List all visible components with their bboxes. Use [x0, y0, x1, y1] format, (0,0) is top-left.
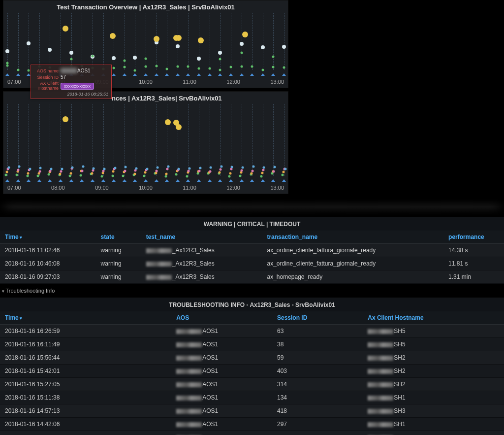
col-test[interactable]: test_name — [141, 231, 262, 244]
data-point[interactable] — [37, 174, 39, 177]
col-txn[interactable]: transaction_name — [262, 231, 443, 244]
chart-plot-bottom[interactable] — [7, 104, 284, 183]
data-point[interactable] — [123, 66, 126, 68]
data-point[interactable] — [210, 167, 212, 169]
data-point[interactable] — [79, 174, 82, 176]
data-point[interactable] — [188, 169, 190, 172]
data-point[interactable] — [123, 60, 126, 62]
data-point[interactable] — [228, 175, 231, 177]
data-point[interactable] — [283, 171, 285, 173]
data-point[interactable] — [220, 168, 222, 171]
data-point[interactable] — [47, 173, 50, 176]
data-point[interactable] — [61, 167, 63, 170]
data-point[interactable] — [70, 58, 72, 61]
data-point[interactable] — [38, 170, 41, 172]
data-point[interactable] — [39, 167, 42, 169]
data-point[interactable] — [251, 170, 253, 172]
data-point[interactable] — [18, 165, 21, 167]
data-point[interactable] — [242, 167, 244, 169]
table-row[interactable]: 2018-01-16 16:26:59AOS163SH5 — [0, 325, 504, 338]
data-point[interactable] — [17, 169, 20, 171]
data-point[interactable] — [143, 175, 146, 177]
data-point[interactable] — [26, 174, 29, 177]
data-point[interactable] — [208, 67, 211, 69]
data-point[interactable] — [229, 172, 232, 174]
table-row[interactable]: 2018-01-16 14:57:13AOS1418SH3 — [0, 404, 504, 418]
data-point[interactable] — [166, 167, 169, 170]
data-point[interactable] — [60, 170, 62, 172]
data-point[interactable] — [145, 57, 147, 60]
data-point[interactable] — [199, 167, 201, 169]
data-point[interactable] — [27, 41, 31, 45]
data-point[interactable] — [144, 171, 147, 173]
data-point[interactable] — [273, 170, 275, 172]
data-point[interactable] — [133, 56, 137, 60]
data-point[interactable] — [240, 171, 242, 174]
data-point[interactable] — [165, 173, 168, 175]
data-point[interactable] — [282, 174, 284, 176]
data-point[interactable] — [7, 166, 10, 168]
data-point[interactable] — [187, 66, 189, 68]
data-point[interactable] — [157, 167, 159, 169]
data-point[interactable] — [63, 116, 68, 122]
data-point[interactable] — [6, 62, 9, 64]
data-point[interactable] — [261, 68, 264, 71]
data-point[interactable] — [220, 165, 222, 167]
data-point[interactable] — [229, 66, 232, 68]
col-host[interactable]: Ax Client Hostname — [363, 311, 504, 325]
data-point[interactable] — [261, 45, 265, 49]
data-point[interactable] — [112, 56, 116, 60]
data-point[interactable] — [69, 51, 73, 55]
data-point[interactable] — [27, 172, 30, 174]
data-point[interactable] — [155, 172, 157, 174]
data-point[interactable] — [5, 49, 9, 53]
data-point[interactable] — [154, 36, 159, 42]
data-point[interactable] — [50, 167, 52, 170]
data-point[interactable] — [63, 26, 68, 32]
data-point[interactable] — [81, 169, 84, 172]
data-point[interactable] — [156, 169, 158, 172]
data-point[interactable] — [29, 167, 31, 170]
data-point[interactable] — [125, 166, 127, 168]
data-point[interactable] — [284, 167, 286, 170]
data-point[interactable] — [239, 174, 242, 177]
data-point[interactable] — [110, 33, 116, 39]
table-row[interactable]: 2018-01-16 10:46:08warning_Ax12R3_Salesa… — [0, 257, 504, 270]
data-point[interactable] — [263, 167, 265, 169]
data-point[interactable] — [112, 170, 115, 172]
data-point[interactable] — [252, 165, 254, 167]
data-point[interactable] — [103, 168, 106, 170]
data-point[interactable] — [167, 166, 169, 168]
data-point[interactable] — [219, 171, 221, 173]
troubleshoot-expander[interactable]: Troubleshooting Info — [0, 284, 504, 298]
table-row[interactable]: 2018-01-16 15:56:44AOS159SH2 — [0, 351, 504, 365]
data-point[interactable] — [260, 175, 263, 177]
data-point[interactable] — [231, 166, 233, 168]
col-state[interactable]: state — [96, 231, 141, 244]
data-point[interactable] — [6, 170, 8, 173]
data-point[interactable] — [251, 172, 253, 174]
data-point[interactable] — [188, 167, 190, 169]
data-point[interactable] — [48, 48, 52, 52]
data-point[interactable] — [69, 175, 71, 177]
data-point[interactable] — [59, 172, 62, 175]
data-point[interactable] — [241, 169, 243, 171]
table-row[interactable]: 2018-01-16 09:27:03warning_Ax12R3_Salesa… — [0, 270, 504, 284]
data-point[interactable] — [92, 169, 94, 172]
data-point[interactable] — [166, 68, 168, 70]
data-point[interactable] — [176, 44, 180, 48]
data-point[interactable] — [5, 173, 7, 176]
data-point[interactable] — [71, 166, 74, 168]
table-row[interactable]: 2018-01-16 16:11:49AOS138SH5 — [0, 338, 504, 351]
data-point[interactable] — [133, 173, 136, 175]
data-point[interactable] — [122, 175, 125, 177]
data-point[interactable] — [134, 69, 136, 71]
data-point[interactable] — [176, 35, 182, 41]
col-aos[interactable]: AOS — [171, 311, 272, 325]
table-row[interactable]: 2018-01-16 15:27:05AOS1314SH2 — [0, 378, 504, 391]
data-point[interactable] — [16, 174, 18, 176]
data-point[interactable] — [165, 119, 171, 125]
data-point[interactable] — [240, 42, 244, 46]
data-point[interactable] — [17, 68, 19, 71]
data-point[interactable] — [240, 51, 243, 54]
